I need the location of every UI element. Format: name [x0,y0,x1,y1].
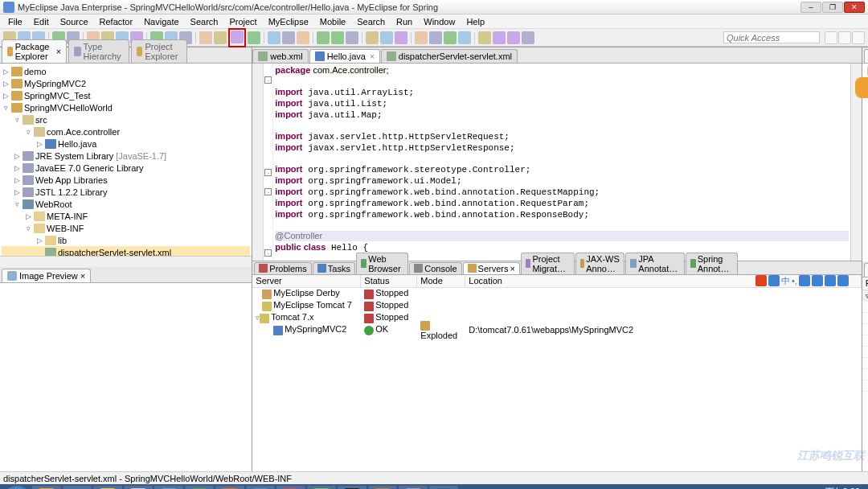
menu-run[interactable]: Run [391,16,417,27]
menu-navigate[interactable]: Navigate [139,16,183,27]
servers-view[interactable]: Server Status Mode Location MyEclipse De… [252,275,862,472]
tab-web-xml[interactable]: web.xml [252,49,308,63]
floating-ime-toolbar[interactable]: 中 •, [755,275,849,287]
toggle-breadcrumb-icon[interactable] [415,31,428,44]
sogou-icon[interactable] [755,275,767,286]
tab-jaxws[interactable]: JAX-WS Anno… [575,253,625,274]
close-icon[interactable]: × [80,271,85,281]
open-type-icon[interactable] [380,31,393,44]
server-debug-icon[interactable] [752,263,764,274]
collapse-all-icon[interactable] [190,51,202,63]
quick-access-input[interactable] [723,31,820,43]
tab-image-preview[interactable]: Image Preview× [2,269,91,282]
server-publish-icon[interactable] [788,263,800,274]
tab-spring-annotations[interactable]: Spring Annot… [686,253,738,274]
task-item[interactable] [399,486,428,489]
tab-tasks[interactable]: Tasks [313,262,355,274]
menu-source[interactable]: Source [55,16,93,27]
debug2-icon[interactable] [346,31,358,44]
mark-occurrences-icon[interactable] [429,31,442,44]
menu-search[interactable]: Search [186,16,223,27]
tab-project-explorer[interactable]: Project Explorer [131,39,187,63]
browser-icon[interactable] [297,31,309,44]
task-item[interactable] [276,486,305,489]
restore-button[interactable]: ❐ [822,2,843,13]
tab-properties[interactable]: Properties× [864,263,868,277]
sync-icon[interactable] [268,31,280,44]
close-button[interactable]: ✕ [844,2,865,13]
server-row[interactable]: MySpringMVC2OKExplodedD:\tomcat7.0.61\we… [252,324,862,336]
show-whitespace-icon[interactable] [458,31,471,44]
zoom-actual-icon[interactable] [190,271,202,282]
folding-column[interactable]: - - - - [264,64,273,261]
run-last-icon[interactable] [331,31,344,44]
task-item[interactable] [93,486,122,489]
ime-settings-icon[interactable] [837,275,849,286]
tab-hello-java[interactable]: Hello.java× [309,49,380,63]
ime-person-icon[interactable] [825,275,836,286]
task-item[interactable] [215,486,244,489]
server-icon[interactable] [248,31,260,44]
ime-emoji-icon[interactable] [812,275,823,286]
ime-keyboard-icon[interactable] [799,275,810,286]
minimize-view-icon[interactable] [837,263,848,274]
refresh-icon[interactable] [203,271,214,282]
zoom-out-icon[interactable] [166,271,178,282]
tool-icon[interactable] [199,31,212,44]
tab-jpa[interactable]: JPA Annotat… [625,253,685,274]
menu-edit[interactable]: Edit [29,16,54,27]
last-edit-icon[interactable] [522,31,534,44]
close-icon[interactable]: × [56,47,61,56]
nav-back-icon[interactable] [493,31,506,44]
code-area[interactable]: package com.Ace.controller; import java.… [273,64,850,261]
refresh-icon[interactable] [282,31,295,44]
view-menu-icon[interactable] [215,51,226,63]
server-clean-icon[interactable] [800,263,812,274]
server-stop-icon[interactable] [764,263,776,274]
server-row[interactable]: ▿Tomcat 7.xStopped [252,312,862,324]
properties-view[interactable]: PropertyValue ▿Info derivedfalse editabl… [862,277,868,472]
tab-package-explorer[interactable]: Package Explorer× [2,39,67,63]
task-item[interactable] [154,486,183,489]
menu-myeclipse[interactable]: MyEclipse [264,16,313,27]
view-menu-icon[interactable] [825,263,836,274]
block-selection-icon[interactable] [444,31,457,44]
server-row[interactable]: MyEclipse DerbyStopped [252,288,862,300]
zoom-fit-icon[interactable] [178,271,190,282]
debug-perspective-icon[interactable] [852,31,865,44]
tab-console[interactable]: Console [409,262,461,274]
new-project-icon[interactable] [366,31,379,44]
open-perspective-icon[interactable] [825,31,837,44]
task-item[interactable] [246,486,275,489]
tab-problems[interactable]: Problems [254,262,311,274]
search-icon[interactable] [395,31,407,44]
code-editor[interactable]: - - - - package com.Ace.controller; impo… [252,64,862,261]
maximize-editor-icon[interactable] [849,51,860,63]
task-item[interactable] [368,486,397,489]
maximize-view-icon[interactable] [239,51,250,63]
close-icon[interactable]: × [510,264,515,273]
add-server-icon[interactable] [813,263,824,274]
maximize-view-icon[interactable] [239,271,250,282]
tab-outline[interactable]: Outline× [864,49,868,63]
zoom-in-icon[interactable] [154,271,166,282]
menu-help[interactable]: Help [461,16,489,27]
menu-project[interactable]: Project [224,16,261,27]
pin-icon[interactable] [478,31,491,44]
tab-project-migration[interactable]: Project Migrat… [521,253,575,274]
nav-fwd-icon[interactable] [507,31,520,44]
side-notification-badge[interactable] [855,77,868,98]
minimize-view-icon[interactable] [227,271,238,282]
link-editor-icon[interactable] [203,51,214,63]
task-item[interactable] [32,486,61,489]
task-item[interactable] [63,486,92,489]
menu-search2[interactable]: Search [352,16,390,27]
view-menu-icon[interactable] [215,271,226,282]
maximize-view-icon[interactable] [849,263,860,274]
task-item[interactable] [338,486,366,489]
menu-file[interactable]: File [3,16,27,27]
server-start-icon[interactable] [740,263,751,274]
task-item[interactable] [307,486,336,489]
close-icon[interactable]: × [370,52,375,61]
server-restart-icon[interactable] [776,263,788,274]
